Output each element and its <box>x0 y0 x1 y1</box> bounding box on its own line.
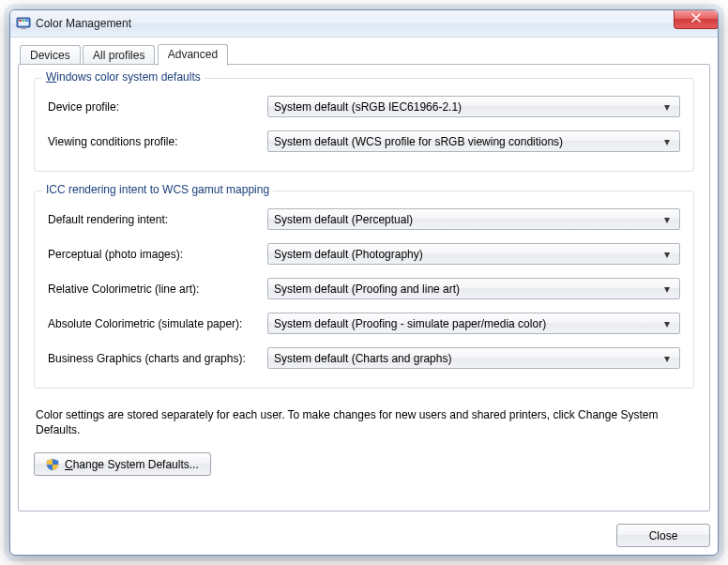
group-icc-mapping: ICC rendering intent to WCS gamut mappin… <box>34 191 694 389</box>
change-system-defaults-button[interactable]: Change System Defaults... <box>34 452 211 476</box>
tab-page-advanced: Windows color system defaults Device pro… <box>18 64 710 512</box>
chevron-down-icon: ▾ <box>660 100 674 114</box>
label-business: Business Graphics (charts and graphs): <box>48 352 267 365</box>
svg-rect-4 <box>25 20 28 22</box>
app-icon <box>16 16 31 31</box>
window-title: Color Management <box>36 17 131 30</box>
close-icon <box>691 12 701 25</box>
tab-advanced[interactable]: Advanced <box>158 44 228 66</box>
uac-shield-icon <box>46 458 59 471</box>
dropdown-relative-value: System default (Proofing and line art) <box>274 282 660 296</box>
dropdown-perceptual-value: System default (Photography) <box>274 248 660 261</box>
group-icc-mapping-title: ICC rendering intent to WCS gamut mappin… <box>42 183 273 196</box>
info-text: Color settings are stored separately for… <box>36 407 692 437</box>
chevron-down-icon: ▾ <box>660 135 674 148</box>
tab-all-profiles[interactable]: All profiles <box>83 45 155 65</box>
dropdown-device-profile[interactable]: System default (sRGB IEC61966-2.1) ▾ <box>267 96 680 117</box>
dropdown-viewing-conditions-value: System default (WCS profile for sRGB vie… <box>274 135 660 148</box>
titlebar[interactable]: Color Management <box>10 10 718 38</box>
chevron-down-icon: ▾ <box>660 282 674 296</box>
close-window-button[interactable] <box>674 9 719 29</box>
dropdown-default-rendering[interactable]: System default (Perceptual) ▾ <box>267 208 680 230</box>
dialog-footer: Close <box>616 524 710 547</box>
change-system-defaults-label: Change System Defaults... <box>65 458 199 471</box>
label-device-profile: Device profile: <box>48 100 267 114</box>
dropdown-absolute-value: System default (Proofing - simulate pape… <box>274 317 660 330</box>
chevron-down-icon: ▾ <box>660 317 674 330</box>
dropdown-perceptual[interactable]: System default (Photography) ▾ <box>267 243 680 265</box>
dropdown-business-value: System default (Charts and graphs) <box>274 352 660 365</box>
label-perceptual: Perceptual (photo images): <box>48 248 267 261</box>
svg-rect-2 <box>19 20 22 22</box>
chevron-down-icon: ▾ <box>660 213 674 226</box>
label-default-rendering: Default rendering intent: <box>48 213 267 226</box>
tab-strip: Devices All profiles Advanced <box>20 44 710 65</box>
dropdown-absolute[interactable]: System default (Proofing - simulate pape… <box>267 313 680 334</box>
chevron-down-icon: ▾ <box>660 352 674 365</box>
svg-rect-5 <box>21 28 26 30</box>
dropdown-default-rendering-value: System default (Perceptual) <box>274 213 660 226</box>
svg-rect-3 <box>23 20 25 22</box>
dropdown-viewing-conditions[interactable]: System default (WCS profile for sRGB vie… <box>267 130 680 152</box>
dropdown-device-profile-value: System default (sRGB IEC61966-2.1) <box>274 100 660 114</box>
close-button[interactable]: Close <box>616 524 710 547</box>
tab-devices[interactable]: Devices <box>20 45 81 65</box>
color-management-window: Color Management Devices All profiles Ad… <box>9 9 719 556</box>
label-viewing-conditions: Viewing conditions profile: <box>48 135 267 148</box>
client-area: Devices All profiles Advanced Windows co… <box>18 44 710 547</box>
dropdown-business[interactable]: System default (Charts and graphs) ▾ <box>267 347 680 369</box>
label-relative: Relative Colorimetric (line art): <box>48 282 267 296</box>
group-windows-color-defaults-title: Windows color system defaults <box>42 70 205 84</box>
label-absolute: Absolute Colorimetric (simulate paper): <box>48 317 267 330</box>
close-button-label: Close <box>649 529 678 542</box>
group-windows-color-defaults: Windows color system defaults Device pro… <box>34 78 694 172</box>
chevron-down-icon: ▾ <box>660 248 674 261</box>
dropdown-relative[interactable]: System default (Proofing and line art) ▾ <box>267 278 680 299</box>
